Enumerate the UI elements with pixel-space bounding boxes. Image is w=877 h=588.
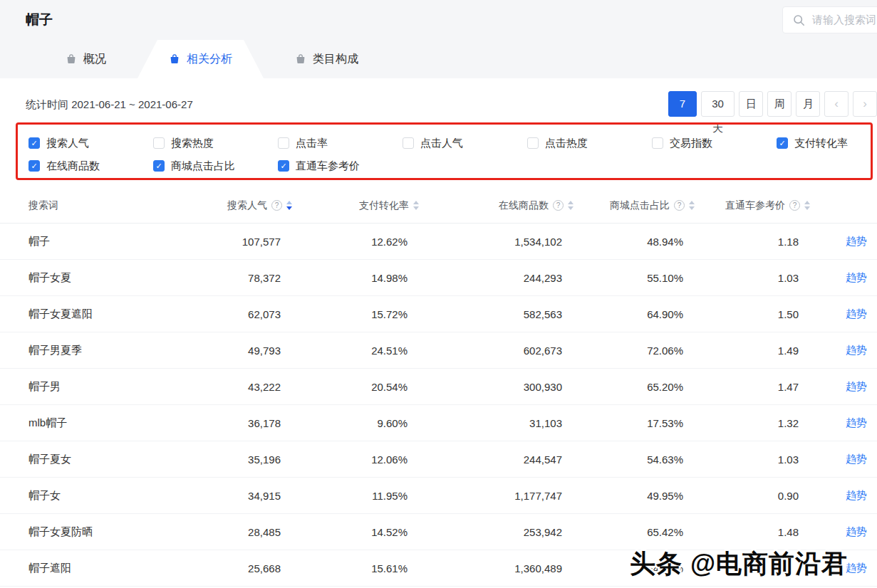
value-cell: 1,360,489 [419,550,574,586]
value-cell: 72.06% [574,332,695,368]
help-icon[interactable]: ? [271,200,282,211]
value-cell: 244,547 [419,441,574,477]
sort-icon[interactable] [804,201,810,210]
search-icon [793,14,805,26]
column-header-label: 直通车参考价 [725,199,785,212]
checkbox-label: 交易指数 [670,137,712,150]
period-button-1[interactable]: 30天 [701,91,735,117]
sort-down-icon [689,206,695,210]
trend-link[interactable]: 趋势 [846,308,867,321]
metric-checkbox[interactable]: ✓在线商品数 [28,159,153,173]
value-cell: 1.50 [695,296,810,332]
trend-link[interactable]: 趋势 [846,344,867,357]
value-cell: 12.62% [292,224,419,259]
metric-checkbox[interactable]: ✓商城点击占比 [153,159,278,173]
prev-page-button[interactable]: ‹ [824,91,849,117]
metric-filters: ✓搜索人气搜索热度点击率点击人气点击热度交易指数✓支付转化率✓在线商品数✓商城点… [16,122,873,177]
value-cell: 48.94% [574,224,695,259]
column-header[interactable]: 直通车参考价? [695,188,810,223]
search-placeholder: 请输入搜索词 [812,14,876,27]
value-cell: 24.51% [292,332,419,368]
filter-row: ✓搜索人气搜索热度点击率点击人气点击热度交易指数✓支付转化率 [28,132,873,154]
checkbox-label: 商城点击占比 [171,159,235,173]
value-cell: 1,177,747 [419,478,574,513]
value-cell: 49,793 [199,332,292,368]
keywords-table: 搜索词搜索人气?支付转化率在线商品数?商城点击占比?直通车参考价? 帽子107,… [0,188,877,587]
search-input[interactable]: 请输入搜索词 [782,6,877,33]
tab-label: 类目构成 [313,52,358,67]
sort-icon[interactable] [568,201,574,210]
checkbox-unchecked-icon [652,137,663,149]
value-cell: 34,915 [199,478,292,513]
sort-icon[interactable] [286,201,292,210]
trend-cell: 趋势 [810,296,877,332]
checkbox-label: 搜索人气 [46,137,89,150]
checkbox-checked-icon: ✓ [28,137,40,149]
trend-cell: 趋势 [810,369,877,404]
tab-related-analysis[interactable]: 相关分析 [137,40,264,78]
help-icon[interactable]: ? [789,200,800,211]
help-icon[interactable]: ? [553,200,564,211]
column-header[interactable]: 支付转化率 [292,188,419,223]
checkbox-checked-icon: ✓ [777,137,788,149]
value-cell: 300,930 [419,369,574,404]
column-header[interactable]: 搜索人气? [199,188,292,223]
tab-category-composition[interactable]: 类目构成 [264,40,390,78]
value-cell: 1.48 [695,514,810,550]
trend-link[interactable]: 趋势 [846,416,867,430]
value-cell: 1.32 [695,405,810,441]
metric-checkbox[interactable]: 点击率 [278,137,403,150]
trend-link[interactable]: 趋势 [846,562,867,575]
metric-checkbox[interactable]: ✓支付转化率 [777,137,877,150]
sort-icon[interactable] [413,201,419,210]
sort-icon[interactable] [689,201,695,210]
filter-row: ✓在线商品数✓商城点击占比✓直通车参考价 [28,154,873,177]
value-cell: 1.18 [695,224,810,259]
sort-down-icon [413,206,419,210]
table-row: 帽子女34,91511.95%1,177,74749.95%0.90趋势 [0,478,877,514]
tab-overview[interactable]: 概况 [34,40,137,78]
column-header[interactable]: 商城点击占比? [574,188,695,223]
trend-link[interactable]: 趋势 [846,453,867,466]
checkbox-checked-icon: ✓ [28,160,40,172]
trend-link[interactable]: 趋势 [846,271,867,285]
metric-checkbox[interactable]: 点击人气 [403,137,527,150]
table-row: 帽子女夏遮阳62,07315.72%582,56364.90%1.50趋势 [0,296,877,332]
value-cell: 15.72% [292,296,419,332]
value-cell: 1.49 [695,332,810,368]
mall-bag-icon [295,53,306,65]
value-cell: 1,534,102 [419,224,574,259]
period-button-0[interactable]: 7天 [668,91,697,117]
period-button-2[interactable]: 日 [739,91,763,117]
table-row: 帽子女夏防晒28,48514.52%253,94265.42%1.48趋势 [0,514,877,550]
value-cell: 1.47 [695,369,810,404]
trend-cell: 趋势 [810,260,877,295]
table-row: 帽子男夏季49,79324.51%602,67372.06%1.49趋势 [0,332,877,369]
trend-link[interactable]: 趋势 [846,489,867,503]
sort-down-icon [804,206,810,210]
table-row: 帽子男43,22220.54%300,93065.20%1.47趋势 [0,369,877,405]
value-cell: 35,196 [199,441,292,477]
period-button-4[interactable]: 月 [796,91,820,117]
metric-checkbox[interactable]: ✓直通车参考价 [278,159,403,173]
table-row: 帽子107,57712.62%1,534,10248.94%1.18趋势 [0,224,877,260]
value-cell: 20.54% [292,369,419,404]
trend-link[interactable]: 趋势 [846,380,867,394]
sort-up-icon [568,201,574,204]
period-button-3[interactable]: 周 [767,91,792,117]
column-header: 搜索词 [0,188,199,223]
trend-link[interactable]: 趋势 [846,235,867,248]
trend-cell: 趋势 [810,441,877,477]
next-page-button[interactable]: › [853,91,877,117]
metric-checkbox[interactable]: ✓搜索人气 [28,137,153,150]
help-icon[interactable]: ? [674,200,685,211]
metric-checkbox[interactable]: 搜索热度 [153,137,278,150]
column-header[interactable]: 在线商品数? [419,188,574,223]
metric-checkbox[interactable]: 点击热度 [527,137,652,150]
metric-checkbox[interactable]: 交易指数 [652,137,777,150]
value-cell: 36,178 [199,405,292,441]
value-cell: 65.20% [574,369,695,404]
column-header-label: 搜索人气 [227,199,267,212]
value-cell: 582,563 [419,296,574,332]
trend-link[interactable]: 趋势 [846,525,867,539]
